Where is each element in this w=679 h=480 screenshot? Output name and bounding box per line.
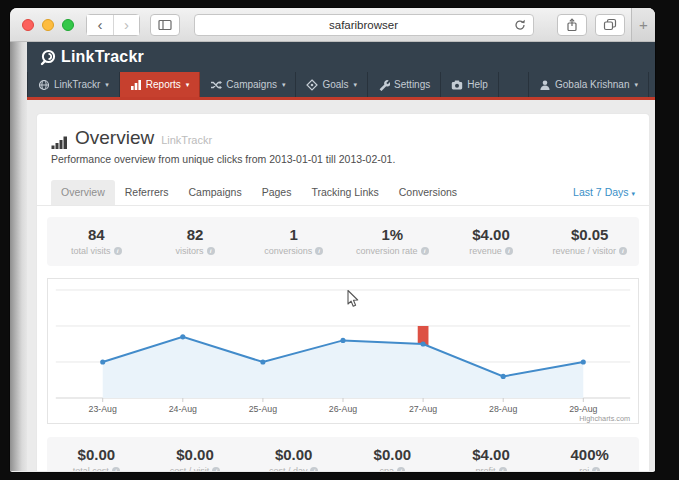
page-content: Overview LinkTrackr Performance overview…	[27, 100, 655, 471]
info-icon[interactable]: i	[619, 247, 627, 255]
nav-menu: LinkTrackr▾Reports▾Campaigns▾Goals▾Setti…	[27, 72, 655, 97]
stat-value: $4.00	[442, 226, 541, 243]
close-button[interactable]	[22, 19, 34, 31]
zoom-button[interactable]	[62, 19, 74, 31]
stat-label: revenue / visitori	[540, 246, 639, 256]
tab-campaigns[interactable]: Campaigns	[179, 180, 252, 205]
info-icon[interactable]: i	[207, 247, 215, 255]
x-axis-label: 24-Aug	[169, 404, 197, 414]
data-point[interactable]	[100, 359, 105, 364]
back-button[interactable]: ‹	[87, 15, 113, 35]
info-icon[interactable]: i	[499, 467, 507, 471]
stat-cpa: $0.00cpai	[343, 446, 442, 471]
tabs-row: OverviewReferrersCampaignsPagesTracking …	[37, 180, 649, 206]
tab-conversions[interactable]: Conversions	[389, 180, 467, 205]
info-icon[interactable]: i	[114, 247, 122, 255]
stat-label: conversionsi	[244, 246, 343, 256]
refresh-icon	[513, 18, 527, 32]
info-icon[interactable]: i	[592, 467, 600, 471]
tab-tracking-links[interactable]: Tracking Links	[301, 180, 388, 205]
x-axis-label: 26-Aug	[329, 404, 357, 414]
stat-label: visitorsi	[146, 246, 245, 256]
info-icon[interactable]: i	[315, 247, 323, 255]
stat-label: conversion ratei	[343, 246, 442, 256]
camera-icon	[451, 79, 463, 91]
chevron-down-icon: ▾	[354, 81, 358, 89]
nav-item-goals[interactable]: Goals▾	[296, 72, 368, 97]
info-icon[interactable]: i	[112, 467, 120, 471]
stat-label: cost / dayi	[244, 466, 343, 471]
stat-total-cost: $0.00total costi	[47, 446, 146, 471]
nav-item-linktrackr[interactable]: LinkTrackr▾	[27, 72, 120, 97]
stat-visitors: 82visitorsi	[146, 226, 245, 256]
share-button[interactable]	[557, 14, 587, 36]
window-left-edge	[10, 42, 27, 471]
x-axis-label: 23-Aug	[89, 404, 117, 414]
data-point[interactable]	[260, 359, 265, 364]
browser-viewport: LinkTrackr LinkTrackr▾Reports▾Campaigns▾…	[10, 42, 655, 471]
chevron-down-icon: ▾	[105, 81, 109, 89]
info-icon[interactable]: i	[505, 247, 513, 255]
forward-button[interactable]: ›	[113, 15, 139, 35]
stat-profit: $4.00profiti	[442, 446, 541, 471]
stat-value: 1	[244, 226, 343, 243]
nav-item-reports[interactable]: Reports▾	[120, 72, 201, 97]
stat-value: 400%	[540, 446, 639, 463]
info-icon[interactable]: i	[421, 247, 429, 255]
nav-item-label: Settings	[394, 79, 430, 90]
shuffle-icon	[210, 79, 222, 91]
stat-label: revenuei	[442, 246, 541, 256]
chevron-down-icon: ▾	[634, 81, 638, 89]
data-point[interactable]	[180, 334, 185, 339]
share-icon	[566, 18, 578, 32]
info-icon[interactable]: i	[212, 467, 220, 471]
visits-chart[interactable]: 23-Aug24-Aug25-Aug26-Aug27-Aug28-Aug29-A…	[47, 278, 639, 424]
info-icon[interactable]: i	[397, 467, 405, 471]
data-point[interactable]	[501, 374, 506, 379]
highcharts-credit[interactable]: Highcharts.com	[579, 414, 630, 423]
nav-item-campaigns[interactable]: Campaigns▾	[200, 72, 296, 97]
tab-overview-button[interactable]	[595, 14, 625, 36]
chevron-down-icon: ▾	[282, 81, 286, 89]
overview-card: Overview LinkTrackr Performance overview…	[37, 114, 649, 471]
nav-item-label: Goals	[322, 79, 348, 90]
stat-value: $0.00	[244, 446, 343, 463]
globe-icon	[38, 79, 50, 91]
x-axis-label: 27-Aug	[409, 404, 437, 414]
x-axis-label: 28-Aug	[489, 404, 517, 414]
tab-referrers[interactable]: Referrers	[115, 180, 179, 205]
stat-value: $0.00	[146, 446, 245, 463]
minimize-button[interactable]	[42, 19, 54, 31]
tab-overview[interactable]: Overview	[51, 180, 115, 205]
stats-bottom-panel: $0.00total costi$0.00cost / visiti$0.00c…	[47, 437, 639, 471]
brand-name[interactable]: LinkTrackr	[61, 48, 144, 66]
traffic-lights	[22, 19, 74, 31]
nav-item-settings[interactable]: Settings	[368, 72, 441, 97]
address-bar[interactable]: safaribrowser	[194, 14, 534, 36]
data-point[interactable]	[421, 341, 426, 346]
data-point[interactable]	[581, 359, 586, 364]
stat-revenue-visitor: $0.05revenue / visitori	[540, 226, 639, 256]
info-icon[interactable]: i	[310, 467, 318, 471]
safari-window: ‹ › safaribrowser +	[10, 8, 655, 472]
bar-chart-icon	[51, 135, 68, 149]
data-point[interactable]	[340, 338, 345, 343]
stat-label: total costi	[47, 466, 146, 471]
user-icon	[539, 79, 551, 91]
stat-value: 84	[47, 226, 146, 243]
chart-icon	[130, 79, 142, 91]
wrench-icon	[378, 79, 390, 91]
tab-pages[interactable]: Pages	[252, 180, 302, 205]
date-range-label: Last 7 Days	[573, 186, 628, 198]
linktrackr-logo-icon[interactable]	[39, 48, 57, 66]
stat-value: $0.00	[47, 446, 146, 463]
stat-cost-day: $0.00cost / dayi	[244, 446, 343, 471]
new-tab-button[interactable]: +	[631, 8, 655, 41]
sidebar-toggle-button[interactable]	[150, 14, 180, 36]
tabs-icon	[603, 18, 617, 31]
refresh-button[interactable]	[513, 18, 527, 34]
user-menu[interactable]: Gobala Krishnan▾	[528, 72, 649, 97]
date-range-dropdown[interactable]: Last 7 Days ▾	[573, 180, 635, 205]
nav-item-help[interactable]: Help	[441, 72, 499, 97]
stat-label: cost / visiti	[146, 466, 245, 471]
